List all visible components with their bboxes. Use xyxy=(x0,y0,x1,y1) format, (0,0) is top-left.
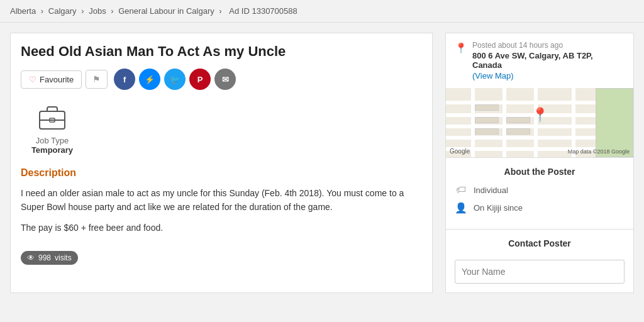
job-type-label: Job Type xyxy=(36,136,69,145)
facebook-icon: f xyxy=(123,75,126,84)
description-heading: Description xyxy=(21,167,422,179)
map-pin-marker: 📍 xyxy=(531,107,548,123)
map-building xyxy=(475,117,499,123)
ad-title: Need Old Asian Man To Act As my Uncle xyxy=(21,43,422,60)
twitter-share-button[interactable]: 🐦 xyxy=(164,69,186,90)
visits-count: 998 xyxy=(38,253,51,262)
ad-content: Need Old Asian Man To Act As my Uncle ♡ … xyxy=(10,33,433,293)
contact-card: Contact Poster xyxy=(445,230,634,293)
person-icon: 👤 xyxy=(455,202,467,214)
breadcrumb-ad-id: Ad ID 1330700588 xyxy=(229,6,297,16)
pinterest-share-button[interactable]: P xyxy=(189,69,211,90)
map-building xyxy=(475,128,499,135)
action-bar: ♡ Favourite ⚑ f ⚡ 🐦 P ✉ xyxy=(21,69,422,90)
contact-heading: Contact Poster xyxy=(455,238,625,248)
breadcrumb-alberta[interactable]: Alberta xyxy=(10,6,36,16)
breadcrumb-calgary[interactable]: Calgary xyxy=(48,6,77,16)
posted-time: Posted about 14 hours ago xyxy=(472,41,625,50)
main-layout: Need Old Asian Man To Act As my Uncle ♡ … xyxy=(0,23,644,303)
messenger-icon: ⚡ xyxy=(145,75,155,84)
social-share-group: f ⚡ 🐦 P ✉ xyxy=(114,69,236,90)
poster-type: Individual xyxy=(474,186,508,195)
flag-button[interactable]: ⚑ xyxy=(86,70,108,89)
address: 800 6 Ave SW, Calgary, AB T2P, Canada xyxy=(472,51,625,70)
right-column: 📍 Posted about 14 hours ago 800 6 Ave SW… xyxy=(445,33,634,293)
pinterest-icon: P xyxy=(197,75,203,84)
road xyxy=(572,88,575,157)
breadcrumb-jobs[interactable]: Jobs xyxy=(89,6,106,16)
map-building xyxy=(506,128,530,135)
visits-label: visits xyxy=(55,253,72,262)
map-info: 📍 Posted about 14 hours ago 800 6 Ave SW… xyxy=(446,33,633,88)
your-name-input[interactable] xyxy=(455,260,625,284)
messenger-share-button[interactable]: ⚡ xyxy=(139,69,160,90)
favourite-button[interactable]: ♡ Favourite xyxy=(21,70,82,89)
job-type-value: Temporary xyxy=(31,145,73,155)
breadcrumb-general-labour[interactable]: General Labour in Calgary xyxy=(118,6,214,16)
poster-since: On Kijiji since xyxy=(474,203,523,213)
map-card: 📍 Posted about 14 hours ago 800 6 Ave SW… xyxy=(445,33,634,158)
visits-badge: 👁 998 visits xyxy=(21,251,78,265)
map-building xyxy=(506,117,530,123)
twitter-icon: 🐦 xyxy=(170,75,180,84)
poster-card: About the Poster 🏷 Individual 👤 On Kijij… xyxy=(445,158,634,230)
flag-icon: ⚑ xyxy=(92,74,101,84)
briefcase-icon xyxy=(36,103,68,131)
job-type-section: Job Type Temporary xyxy=(21,103,84,155)
view-map-link[interactable]: (View Map) xyxy=(472,71,625,80)
description-text-2: The pay is $60 + free beer and food. xyxy=(21,221,422,235)
tag-icon: 🏷 xyxy=(455,184,467,196)
poster-type-row: 🏷 Individual xyxy=(455,184,625,196)
breadcrumb: Alberta › Calgary › Jobs › General Labou… xyxy=(0,0,644,23)
poster-heading: About the Poster xyxy=(455,167,625,177)
map-background: 📍 Google Map data ©2018 Google xyxy=(446,88,633,157)
map-data-label: Map data ©2018 Google xyxy=(568,148,630,155)
map-building xyxy=(475,104,499,111)
map-image[interactable]: 📍 Google Map data ©2018 Google xyxy=(446,88,633,157)
email-share-button[interactable]: ✉ xyxy=(214,69,236,90)
map-info-text: Posted about 14 hours ago 800 6 Ave SW, … xyxy=(472,41,625,80)
poster-since-row: 👤 On Kijiji since xyxy=(455,202,625,214)
location-pin-icon: 📍 xyxy=(455,42,467,80)
eye-icon: 👁 xyxy=(27,253,35,262)
map-park xyxy=(596,88,633,157)
description-text-1: I need an older asian male to act as my … xyxy=(21,186,422,214)
favourite-label: Favourite xyxy=(40,75,74,84)
heart-icon: ♡ xyxy=(29,75,36,84)
google-logo: Google xyxy=(450,148,470,155)
facebook-share-button[interactable]: f xyxy=(114,69,135,90)
email-icon: ✉ xyxy=(222,75,229,84)
